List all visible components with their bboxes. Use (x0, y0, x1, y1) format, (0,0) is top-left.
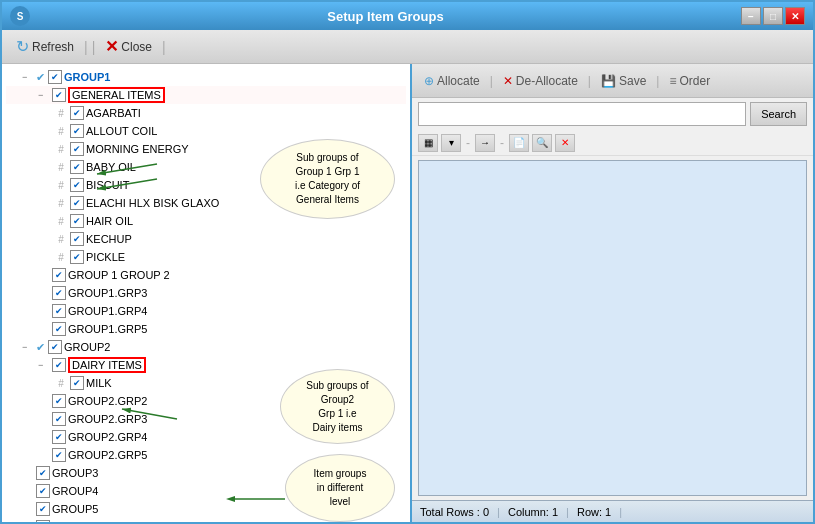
check-grp4-g1[interactable]: ✔ (52, 304, 66, 318)
window-close-button[interactable]: ✕ (785, 7, 805, 25)
label-group6: GROUP6 (52, 521, 98, 522)
right-tb-sep-3: | (656, 74, 659, 88)
check-baby-oil[interactable]: ✔ (70, 160, 84, 174)
tree-item-grp2-g1[interactable]: ✔ GROUP 1 GROUP 2 (6, 266, 406, 284)
check-pickle[interactable]: ✔ (70, 250, 84, 264)
check-general[interactable]: ✔ (52, 88, 66, 102)
mini-btn-dropdown[interactable]: ▾ (441, 134, 461, 152)
right-toolbar: ⊕ Allocate | ✕ De-Allocate | 💾 Save | ≡ … (412, 64, 813, 98)
expand-group1[interactable]: − (22, 72, 36, 82)
check-group5[interactable]: ✔ (36, 502, 50, 516)
check-kechup[interactable]: ✔ (70, 232, 84, 246)
label-grp3-g1: GROUP1.GRP3 (68, 287, 147, 299)
tree-item-grp3-g1[interactable]: ✔ GROUP1.GRP3 (6, 284, 406, 302)
close-button[interactable]: ✕ Close (99, 35, 158, 58)
save-icon: 💾 (601, 74, 616, 88)
main-content: − ✔ ✔ GROUP1 − ✔ GENERAL ITEMS (2, 64, 813, 522)
check-group3[interactable]: ✔ (36, 466, 50, 480)
save-button[interactable]: 💾 Save (595, 72, 652, 90)
check-grp3-g2[interactable]: ✔ (52, 412, 66, 426)
tree-item-group1[interactable]: − ✔ ✔ GROUP1 (6, 68, 406, 86)
deallocate-button[interactable]: ✕ De-Allocate (497, 72, 584, 90)
refresh-button[interactable]: ↻ Refresh (10, 35, 80, 58)
tree-item-agarbati[interactable]: # ✔ AGARBATI (6, 104, 406, 122)
expand-group2[interactable]: − (22, 342, 36, 352)
deallocate-icon: ✕ (503, 74, 513, 88)
hash-biscuit: # (54, 178, 68, 192)
allocate-button[interactable]: ⊕ Allocate (418, 72, 486, 90)
tree-item-general-items[interactable]: − ✔ GENERAL ITEMS (6, 86, 406, 104)
mini-btn-search2[interactable]: 🔍 (532, 134, 552, 152)
check-morning[interactable]: ✔ (70, 142, 84, 156)
check-biscuit[interactable]: ✔ (70, 178, 84, 192)
search-input[interactable] (418, 102, 746, 126)
right-tb-sep-1: | (490, 74, 493, 88)
label-elachi: ELACHI HLX BISK GLAXO (86, 197, 219, 209)
title-controls: − □ ✕ (741, 7, 805, 25)
hash-hair-oil: # (54, 214, 68, 228)
hash-allout: # (54, 124, 68, 138)
tree-item-pickle[interactable]: # ✔ PICKLE (6, 248, 406, 266)
tree-item-group2[interactable]: − ✔ ✔ GROUP2 (6, 338, 406, 356)
label-group4: GROUP4 (52, 485, 98, 497)
check-group4[interactable]: ✔ (36, 484, 50, 498)
check-grp2-g2[interactable]: ✔ (52, 394, 66, 408)
minimize-button[interactable]: − (741, 7, 761, 25)
check-group1[interactable]: ✔ (48, 70, 62, 84)
annotation-text-3: Item groups in different level (314, 467, 367, 509)
annotation-text-1: Sub groups of Group 1 Grp 1 i.e Category… (295, 151, 360, 207)
mini-btn-doc[interactable]: 📄 (509, 134, 529, 152)
label-kechup: KECHUP (86, 233, 132, 245)
arrow-svg-2 (177, 404, 237, 434)
check-dairy[interactable]: ✔ (52, 358, 66, 372)
check-grp4-g2[interactable]: ✔ (52, 430, 66, 444)
tree-item-allout[interactable]: # ✔ ALLOUT COIL (6, 122, 406, 140)
check-agarbati[interactable]: ✔ (70, 106, 84, 120)
check-grp5-g1[interactable]: ✔ (52, 322, 66, 336)
expand-general[interactable]: − (38, 90, 52, 100)
check-elachi[interactable]: ✔ (70, 196, 84, 210)
arrow-group1: ✔ (36, 71, 45, 84)
status-bar: Total Rows : 0 | Column: 1 | Row: 1 | (412, 500, 813, 522)
window-icon: S (10, 6, 30, 26)
arrow-svg-3 (245, 484, 285, 514)
mini-btn-grid[interactable]: ▦ (418, 134, 438, 152)
search-button[interactable]: Search (750, 102, 807, 126)
hash-pickle: # (54, 250, 68, 264)
check-group6[interactable]: ✔ (36, 520, 50, 522)
left-panel: − ✔ ✔ GROUP1 − ✔ GENERAL ITEMS (2, 64, 412, 522)
tree-item-kechup[interactable]: # ✔ KECHUP (6, 230, 406, 248)
label-grp2-g1: GROUP 1 GROUP 2 (68, 269, 170, 281)
close-icon: ✕ (105, 37, 118, 56)
annotation-bubble-3: Item groups in different level (285, 454, 395, 522)
label-grp3-g2: GROUP2.GRP3 (68, 413, 147, 425)
mini-toolbar: ▦ ▾ - → - 📄 🔍 ✕ (412, 130, 813, 156)
expand-dairy[interactable]: − (38, 360, 52, 370)
label-agarbati: AGARBATI (86, 107, 141, 119)
right-tb-sep-2: | (588, 74, 591, 88)
mini-btn-nav[interactable]: → (475, 134, 495, 152)
check-group2[interactable]: ✔ (48, 340, 62, 354)
mini-btn-delete[interactable]: ✕ (555, 134, 575, 152)
tree-container[interactable]: − ✔ ✔ GROUP1 − ✔ GENERAL ITEMS (2, 64, 410, 522)
tree-item-grp4-g1[interactable]: ✔ GROUP1.GRP4 (6, 302, 406, 320)
label-group1: GROUP1 (64, 71, 110, 83)
check-grp2-g1[interactable]: ✔ (52, 268, 66, 282)
label-grp5-g1: GROUP1.GRP5 (68, 323, 147, 335)
check-allout[interactable]: ✔ (70, 124, 84, 138)
hash-elachi: # (54, 196, 68, 210)
check-grp5-g2[interactable]: ✔ (52, 448, 66, 462)
arrow-group2: ✔ (36, 341, 45, 354)
grid-area (418, 160, 807, 496)
title-bar: S Setup Item Groups − □ ✕ (2, 2, 813, 30)
hash-agarbati: # (54, 106, 68, 120)
check-milk[interactable]: ✔ (70, 376, 84, 390)
order-button[interactable]: ≡ Order (663, 72, 716, 90)
check-grp3-g1[interactable]: ✔ (52, 286, 66, 300)
label-grp4-g2: GROUP2.GRP4 (68, 431, 147, 443)
check-hair-oil[interactable]: ✔ (70, 214, 84, 228)
annotation-bubble-2: Sub groups of Group2 Grp 1 i.e Dairy ite… (280, 369, 395, 444)
toolbar-sep-3: | (162, 39, 166, 55)
tree-item-grp5-g1[interactable]: ✔ GROUP1.GRP5 (6, 320, 406, 338)
maximize-button[interactable]: □ (763, 7, 783, 25)
